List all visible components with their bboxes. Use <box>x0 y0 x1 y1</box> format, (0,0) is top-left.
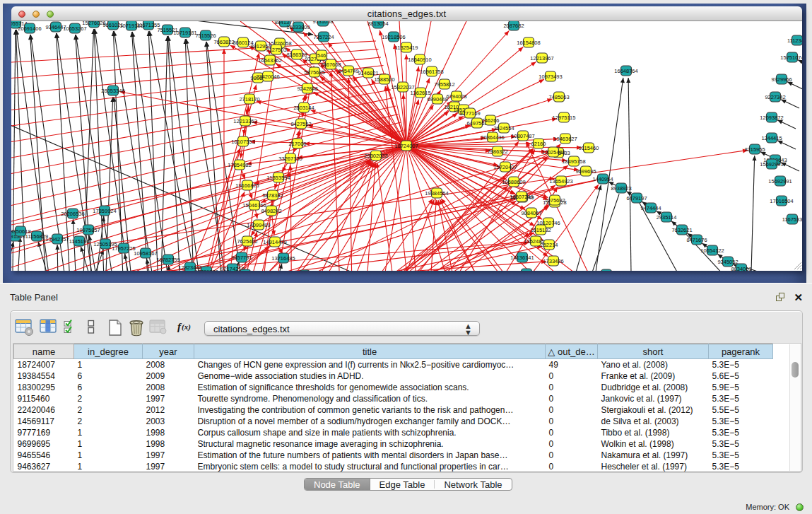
svg-text:7663822: 7663822 <box>213 39 234 45</box>
svg-text:9115460: 9115460 <box>579 145 599 151</box>
svg-text:7632621: 7632621 <box>671 227 692 233</box>
svg-text:10653267: 10653267 <box>63 25 86 32</box>
svg-text:5878342: 5878342 <box>262 192 283 199</box>
svg-text:1112345: 1112345 <box>787 37 802 44</box>
svg-text:9084067: 9084067 <box>521 210 541 216</box>
svg-text:87789328: 87789328 <box>194 269 218 271</box>
svg-text:8454749: 8454749 <box>338 68 358 74</box>
svg-text:1733426: 1733426 <box>543 258 563 264</box>
svg-text:12093872: 12093872 <box>760 115 783 121</box>
svg-text:6794028: 6794028 <box>446 93 466 100</box>
svg-text:1167533: 1167533 <box>782 216 802 223</box>
svg-text:8427552: 8427552 <box>290 121 311 127</box>
svg-text:9227342: 9227342 <box>765 94 785 100</box>
svg-text:7986322: 7986322 <box>487 148 507 155</box>
svg-text:15692991: 15692991 <box>760 161 783 168</box>
svg-text:11156829: 11156829 <box>25 233 48 240</box>
svg-text:17359924: 17359924 <box>93 208 116 214</box>
svg-text:(x): (x) <box>182 322 191 332</box>
svg-text:20206536: 20206536 <box>61 211 84 217</box>
svg-text:19463627: 19463627 <box>553 136 577 142</box>
svg-text:19384554: 19384554 <box>425 190 448 197</box>
svg-text:2935114: 2935114 <box>657 214 677 221</box>
svg-text:15692991: 15692991 <box>768 178 792 185</box>
svg-text:16033809: 16033809 <box>286 24 310 30</box>
svg-text:7515526: 7515526 <box>195 33 216 39</box>
svg-text:13942757: 13942757 <box>45 236 69 243</box>
svg-text:8186328: 8186328 <box>286 52 307 58</box>
svg-text:16648764: 16648764 <box>614 68 637 74</box>
svg-text:16782759: 16782759 <box>156 257 180 263</box>
svg-text:8813054: 8813054 <box>367 21 388 27</box>
svg-text:14136141: 14136141 <box>510 255 534 261</box>
svg-text:1588520: 1588520 <box>374 76 394 83</box>
svg-text:16154808: 16154808 <box>517 40 540 46</box>
svg-text:6990448: 6990448 <box>427 96 447 103</box>
svg-text:9329966: 9329966 <box>771 76 792 83</box>
svg-text:18607249: 18607249 <box>510 194 533 200</box>
svg-text:7955812: 7955812 <box>434 81 454 88</box>
svg-text:10688609: 10688609 <box>502 179 525 185</box>
svg-text:28053346: 28053346 <box>101 88 124 94</box>
svg-text:10973493: 10973493 <box>539 74 562 80</box>
svg-text:7485063: 7485063 <box>548 94 569 100</box>
svg-text:3624554: 3624554 <box>493 125 514 132</box>
svg-text:13716485: 13716485 <box>271 255 295 262</box>
svg-text:17854982: 17854982 <box>228 162 251 168</box>
svg-text:12213362: 12213362 <box>233 118 257 124</box>
svg-text:1615132: 1615132 <box>530 227 551 233</box>
svg-text:1440954: 1440954 <box>592 176 613 182</box>
svg-text:20691406: 20691406 <box>18 25 41 32</box>
svg-text:546: 546 <box>317 52 326 59</box>
svg-text:14914479: 14914479 <box>263 239 286 245</box>
svg-text:217006: 217006 <box>288 141 306 147</box>
svg-text:18640910: 18640910 <box>408 57 431 63</box>
svg-text:9474444: 9474444 <box>640 205 661 211</box>
svg-text:10719181: 10719181 <box>173 30 196 36</box>
svg-text:2718170: 2718170 <box>239 96 259 103</box>
svg-text:17016504: 17016504 <box>770 198 793 204</box>
svg-text:13654923: 13654923 <box>549 178 572 185</box>
svg-text:17957225: 17957225 <box>112 245 135 252</box>
svg-text:18724007: 18724007 <box>394 143 418 149</box>
svg-text:62160: 62160 <box>531 141 546 147</box>
svg-text:19975857: 19975857 <box>76 227 100 233</box>
svg-text:9127503: 9127503 <box>266 47 286 53</box>
svg-text:9245052: 9245052 <box>717 259 738 265</box>
svg-text:1362615: 1362615 <box>410 90 430 96</box>
svg-text:16107553: 16107553 <box>231 139 254 145</box>
svg-text:9146821: 9146821 <box>358 70 378 76</box>
svg-text:10025433: 10025433 <box>541 149 565 156</box>
svg-text:2087682: 2087682 <box>503 23 524 29</box>
svg-text:11325419: 11325419 <box>395 45 418 51</box>
svg-text:19166825: 19166825 <box>235 182 259 189</box>
svg-text:1145194: 1145194 <box>69 238 90 245</box>
svg-text:11353594: 11353594 <box>267 175 290 181</box>
svg-text:12975115: 12975115 <box>553 115 576 121</box>
svg-text:79383470: 79383470 <box>514 271 538 271</box>
svg-text:10807487: 10807487 <box>511 133 534 139</box>
svg-text:2803144: 2803144 <box>293 105 314 111</box>
svg-text:7357224: 7357224 <box>313 34 334 40</box>
svg-text:8498242: 8498242 <box>261 208 281 214</box>
svg-text:9242848: 9242848 <box>297 86 317 92</box>
svg-text:8471676: 8471676 <box>686 237 707 243</box>
svg-text:7625402: 7625402 <box>237 238 257 245</box>
svg-text:18495758: 18495758 <box>562 158 585 165</box>
svg-text:15720407: 15720407 <box>493 164 517 170</box>
svg-text:23420046: 23420046 <box>256 74 279 80</box>
svg-text:9457791: 9457791 <box>231 255 252 261</box>
svg-text:746266: 746266 <box>481 117 499 124</box>
svg-text:15751074: 15751074 <box>780 54 802 61</box>
svg-text:5875685: 5875685 <box>304 69 324 76</box>
svg-text:9131058: 9131058 <box>312 21 333 25</box>
svg-text:6479197: 6479197 <box>626 195 647 201</box>
svg-text:14099489: 14099489 <box>247 222 270 228</box>
svg-text:33267130: 33267130 <box>278 156 302 162</box>
svg-text:16543362: 16543362 <box>258 57 281 64</box>
svg-text:8215955: 8215955 <box>744 146 765 153</box>
svg-text:8834061: 8834061 <box>731 266 751 271</box>
svg-text:20364436: 20364436 <box>481 134 504 141</box>
svg-text:252214: 252214 <box>540 242 558 248</box>
svg-text:1244415: 1244415 <box>761 135 782 141</box>
